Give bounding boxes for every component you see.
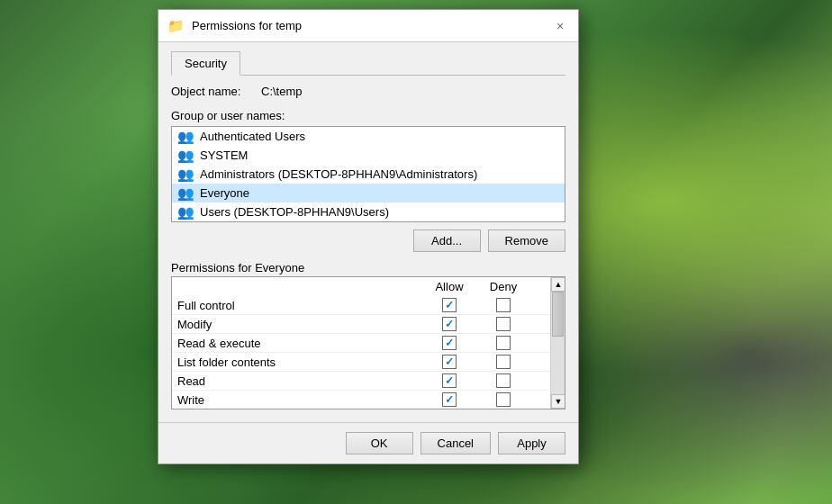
user-icon-2: 👥	[177, 167, 194, 181]
perm-deny-checkbox-5[interactable]	[496, 392, 511, 407]
user-icon-0: 👥	[177, 130, 194, 143]
permissions-dialog: 📁 Permissions for temp × Security Object…	[158, 9, 579, 464]
scroll-up-arrow[interactable]: ▲	[551, 277, 565, 292]
perm-deny-checkbox-3[interactable]	[496, 355, 511, 369]
user-name-3: Everyone	[200, 186, 249, 200]
perm-name-3: List folder contents	[177, 356, 422, 369]
user-item-authenticated[interactable]: 👥 Authenticated Users	[172, 127, 565, 146]
perm-deny-3[interactable]	[476, 355, 530, 369]
tab-bar: Security	[171, 51, 565, 76]
perm-row-5: Write	[172, 391, 550, 409]
perm-name-5: Write	[177, 393, 422, 407]
dialog-content: Security Object name: C:\temp Group or u…	[158, 42, 578, 422]
perm-deny-0[interactable]	[476, 298, 530, 312]
perm-deny-1[interactable]	[476, 317, 530, 331]
user-name-0: Authenticated Users	[200, 130, 305, 143]
perm-col-allow: Allow	[422, 277, 476, 296]
perm-col-deny: Deny	[476, 277, 530, 296]
user-icon-1: 👥	[177, 148, 194, 162]
perm-deny-checkbox-4[interactable]	[496, 374, 511, 388]
perm-name-0: Full control	[177, 299, 422, 312]
dialog-title: Permissions for temp	[192, 19, 302, 32]
perm-name-4: Read	[177, 374, 422, 388]
perm-row-0: Full control	[172, 296, 550, 315]
user-item-administrators[interactable]: 👥 Administrators (DESKTOP-8PHHAN9\Admini…	[172, 165, 565, 184]
dialog-footer: OK Cancel Apply	[158, 422, 578, 464]
apply-button[interactable]: Apply	[498, 432, 565, 454]
perm-deny-5[interactable]	[476, 392, 530, 407]
user-icon-4: 👥	[177, 205, 194, 219]
user-buttons-row: Add... Remove	[171, 230, 565, 252]
perm-allow-3[interactable]	[422, 355, 476, 369]
object-name-value: C:\temp	[261, 85, 303, 98]
permissions-col-headers: Allow Deny	[172, 277, 550, 296]
perm-row-3: List folder contents	[172, 353, 550, 372]
permissions-main: Allow Deny Full control Modify	[172, 277, 550, 409]
perm-name-1: Modify	[177, 318, 422, 331]
perm-deny-4[interactable]	[476, 374, 530, 388]
add-button[interactable]: Add...	[413, 230, 481, 252]
perm-col-name	[177, 277, 422, 296]
perm-allow-checkbox-2[interactable]	[442, 336, 457, 350]
perm-deny-checkbox-1[interactable]	[496, 317, 511, 331]
object-name-label: Object name:	[171, 85, 261, 98]
object-name-row: Object name: C:\temp	[171, 85, 565, 98]
users-list[interactable]: 👥 Authenticated Users 👥 SYSTEM 👥 Adminis…	[171, 126, 565, 222]
permissions-section-label: Permissions for Everyone	[171, 261, 565, 274]
title-bar-left: 📁 Permissions for temp	[167, 18, 302, 34]
perm-allow-0[interactable]	[422, 298, 476, 312]
perm-row-1: Modify	[172, 315, 550, 334]
perm-allow-checkbox-3[interactable]	[442, 355, 457, 369]
perm-allow-checkbox-0[interactable]	[442, 298, 457, 312]
perm-allow-checkbox-5[interactable]	[442, 392, 457, 407]
user-name-2: Administrators (DESKTOP-8PHHAN9\Administ…	[200, 167, 477, 181]
group-section-label: Group or user names:	[171, 109, 565, 122]
user-name-4: Users (DESKTOP-8PHHAN9\Users)	[200, 205, 389, 219]
perm-allow-4[interactable]	[422, 374, 476, 388]
perm-name-2: Read & execute	[177, 337, 422, 350]
scroll-track[interactable]	[551, 292, 565, 394]
user-name-1: SYSTEM	[200, 148, 248, 162]
perm-deny-2[interactable]	[476, 336, 530, 350]
permissions-wrapper: Allow Deny Full control Modify	[171, 276, 565, 410]
user-item-system[interactable]: 👥 SYSTEM	[172, 146, 565, 165]
tab-security[interactable]: Security	[171, 51, 240, 76]
permissions-scrollbar: ▲ ▼	[550, 277, 565, 409]
title-bar: 📁 Permissions for temp ×	[158, 10, 578, 42]
perm-allow-1[interactable]	[422, 317, 476, 331]
scroll-thumb[interactable]	[552, 292, 564, 337]
perm-allow-checkbox-1[interactable]	[442, 317, 457, 331]
perm-deny-checkbox-0[interactable]	[496, 298, 511, 312]
scroll-down-arrow[interactable]: ▼	[551, 394, 565, 409]
cancel-button[interactable]: Cancel	[421, 432, 491, 454]
perm-row-4: Read	[172, 372, 550, 391]
perm-allow-2[interactable]	[422, 336, 476, 350]
close-button[interactable]: ×	[551, 17, 569, 35]
perm-deny-checkbox-2[interactable]	[496, 336, 511, 350]
perm-allow-5[interactable]	[422, 392, 476, 407]
ok-button[interactable]: OK	[346, 432, 413, 454]
user-item-everyone[interactable]: 👥 Everyone	[172, 184, 565, 202]
perm-allow-checkbox-4[interactable]	[442, 374, 457, 388]
user-item-users[interactable]: 👥 Users (DESKTOP-8PHHAN9\Users)	[172, 202, 565, 221]
perm-row-2: Read & execute	[172, 334, 550, 353]
folder-icon: 📁	[167, 18, 185, 34]
remove-button[interactable]: Remove	[488, 230, 565, 252]
user-icon-3: 👥	[177, 186, 194, 200]
